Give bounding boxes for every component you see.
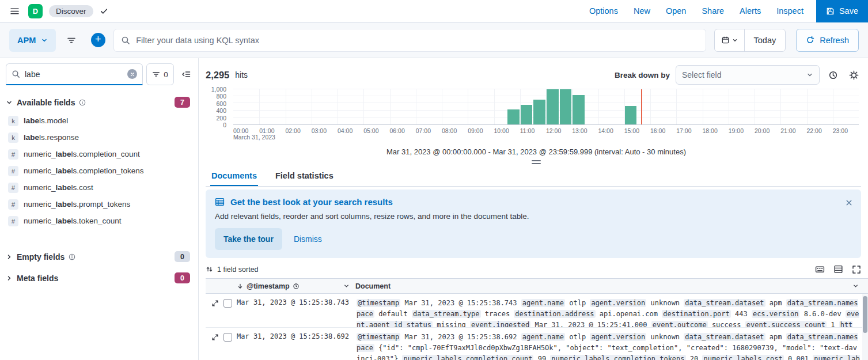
date-picker-calendar-button[interactable] (715, 29, 745, 51)
gridline (494, 89, 495, 124)
add-filter-button[interactable]: + (87, 29, 109, 52)
nav-link-options[interactable]: Options (589, 6, 618, 16)
keyboard-shortcuts-icon[interactable] (815, 264, 825, 274)
save-label: Save (839, 6, 858, 16)
field-search-field[interactable] (25, 70, 123, 79)
display-options-icon[interactable] (833, 264, 843, 274)
tab-field-statistics[interactable]: Field statistics (274, 166, 335, 186)
field-item[interactable]: klabels.model (5, 112, 194, 129)
chart-resize-handle[interactable] (532, 160, 541, 164)
filter-icon[interactable] (60, 29, 82, 52)
chart-history-icon[interactable] (825, 67, 840, 82)
dismiss-button[interactable]: Dismiss (294, 234, 322, 244)
nav-link-inspect[interactable]: Inspect (776, 6, 803, 16)
timestamp-column-header[interactable]: @timestamp (247, 282, 290, 290)
save-button[interactable]: Save (816, 0, 868, 22)
timestamp-cell[interactable]: Mar 31, 2023 @ 15:25:38.692 (234, 328, 353, 340)
document-cell[interactable]: @timestamp Mar 31, 2023 @ 15:25:38.692 a… (353, 328, 868, 360)
document-field-name: numeric_labels.completion_count (402, 355, 533, 360)
available-fields-section[interactable]: Available fields 7 (0, 90, 198, 111)
nav-link-open[interactable]: Open (666, 6, 686, 16)
field-item[interactable]: klabels.response (5, 129, 194, 146)
expand-row-icon[interactable] (211, 300, 219, 307)
field-item[interactable]: #numeric_labels.prompt_tokens (5, 196, 194, 213)
field-item[interactable]: #numeric_labels.cost (5, 179, 194, 196)
gridline (676, 89, 677, 124)
gridline (780, 89, 781, 124)
nav-link-share[interactable]: Share (702, 6, 724, 16)
field-type-filter-count: 0 (164, 70, 168, 79)
field-type-keyword-icon: k (8, 132, 18, 143)
breakdown-label: Break down by (615, 71, 670, 79)
empty-fields-section[interactable]: Empty fields 0 (0, 244, 198, 266)
document-field-name: data_stream.type (412, 310, 481, 318)
field-search-input[interactable] (6, 63, 143, 85)
field-item[interactable]: #numeric_labels.completion_tokens (5, 162, 194, 179)
menu-icon[interactable] (7, 3, 22, 18)
histogram-bar[interactable] (507, 109, 520, 124)
field-item[interactable]: #numeric_labels.token_count (5, 213, 194, 229)
x-tick-label: 00:00 (233, 127, 248, 134)
row-controls (206, 328, 234, 342)
row-checkbox[interactable] (223, 299, 232, 308)
x-tick-label: 11:00 (520, 127, 535, 134)
clear-search-icon[interactable] (127, 69, 137, 79)
space-avatar[interactable]: D (28, 4, 43, 18)
info-icon (69, 253, 75, 260)
document-field-name: agent.name (521, 333, 565, 341)
x-tick-label: 20:00 (755, 127, 770, 134)
nav-link-new[interactable]: New (634, 6, 650, 16)
breakdown-select[interactable]: Select field (676, 65, 820, 85)
fullscreen-icon[interactable] (852, 265, 861, 274)
data-view-picker[interactable]: APM (9, 29, 56, 52)
document-field-name: event.outcome (651, 321, 708, 327)
column-menu-icon[interactable] (852, 283, 859, 289)
scrollbar-thumb[interactable] (863, 296, 867, 333)
tab-documents[interactable]: Documents (210, 166, 258, 186)
meta-fields-section[interactable]: Meta fields 0 (0, 266, 198, 287)
y-tick-label: 200 (216, 115, 226, 122)
chart-options-gear-icon[interactable] (846, 67, 861, 82)
field-name: numeric_labels.prompt_tokens (24, 200, 130, 209)
x-tick-label: 22:00 (807, 127, 822, 134)
row-checkbox[interactable] (223, 333, 232, 342)
field-name: numeric_labels.cost (24, 183, 93, 192)
breadcrumb[interactable]: Discover (49, 5, 93, 17)
breakdown-placeholder: Select field (682, 70, 721, 79)
sort-fields-icon[interactable] (206, 266, 213, 273)
document-column-header[interactable]: Document (355, 282, 391, 290)
vertical-scrollbar[interactable] (862, 294, 868, 360)
histogram-bar[interactable] (573, 95, 585, 124)
current-time-marker (641, 89, 642, 124)
search-toolbar: APM + Today (0, 22, 868, 58)
kql-input-field[interactable] (136, 36, 698, 45)
close-icon[interactable] (843, 196, 855, 209)
field-type-filter-button[interactable]: 0 (146, 63, 174, 85)
field-item[interactable]: #numeric_labels.completion_count (5, 146, 194, 162)
histogram-bar[interactable] (533, 100, 545, 124)
histogram-chart[interactable]: 02004006008001,000 March 31, 2023 00:000… (206, 88, 860, 141)
histogram-bar[interactable] (560, 89, 572, 124)
histogram-bar[interactable] (521, 105, 533, 124)
kql-search-input[interactable] (113, 29, 706, 52)
info-icon (79, 99, 86, 106)
nav-link-alerts[interactable]: Alerts (740, 6, 761, 16)
time-range-caption: Mar 31, 2023 @ 00:00:00.000 - Mar 31, 20… (204, 147, 868, 156)
y-axis: 02004006008001,000 (206, 88, 230, 126)
histogram-bar[interactable] (547, 89, 559, 124)
expand-row-icon[interactable] (211, 334, 219, 341)
column-menu-icon[interactable] (343, 283, 350, 289)
date-picker-today-button[interactable]: Today (745, 29, 786, 51)
document-field-name: @timestamp (357, 333, 400, 341)
table-body: Mar 31, 2023 @ 15:25:38.743@timestamp Ma… (206, 294, 868, 360)
fields-sorted-label[interactable]: 1 field sorted (217, 266, 259, 274)
document-cell[interactable]: @timestamp Mar 31, 2023 @ 15:25:38.743 a… (353, 294, 868, 327)
table-icon (215, 197, 225, 207)
take-tour-button[interactable]: Take the tour (215, 228, 282, 250)
refresh-button[interactable]: Refresh (796, 29, 859, 52)
check-icon (100, 7, 108, 16)
histogram-bar[interactable] (625, 106, 637, 124)
collapse-sidebar-icon[interactable] (179, 67, 194, 82)
timestamp-cell[interactable]: Mar 31, 2023 @ 15:25:38.743 (234, 294, 353, 306)
y-tick-label: 0 (223, 122, 226, 128)
